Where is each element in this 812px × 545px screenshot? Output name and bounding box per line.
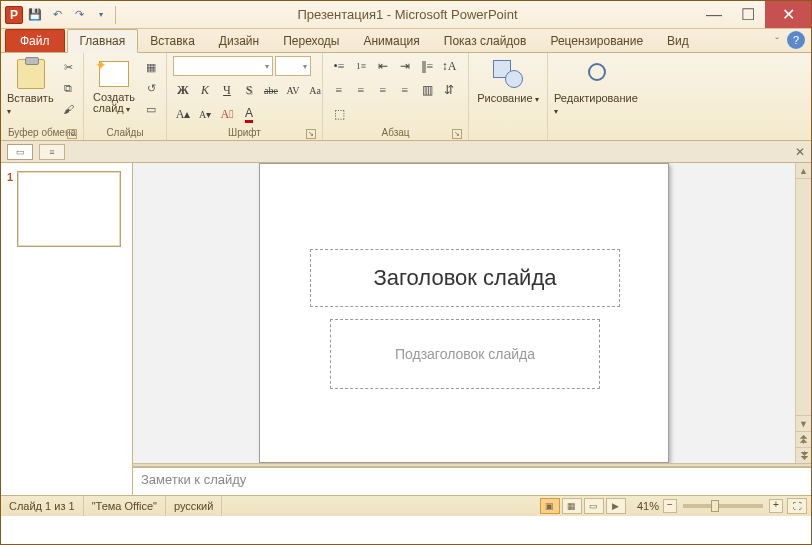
scroll-down-icon[interactable]: ▼: [796, 415, 811, 431]
outline-pane-button[interactable]: ≡: [39, 144, 65, 160]
thumbnails-pane-button[interactable]: ▭: [7, 144, 33, 160]
tab-file[interactable]: Файл: [5, 29, 65, 52]
undo-icon[interactable]: ↶: [47, 5, 67, 25]
tab-insert[interactable]: Вставка: [138, 30, 207, 52]
tab-design[interactable]: Дизайн: [207, 30, 271, 52]
tab-home[interactable]: Главная: [67, 29, 139, 53]
shrink-font-button[interactable]: A▾: [195, 104, 215, 124]
tab-transitions[interactable]: Переходы: [271, 30, 351, 52]
slide: Заголовок слайда Подзаголовок слайда: [259, 163, 669, 463]
editing-button[interactable]: Редактирование: [554, 56, 644, 116]
slide-thumbnail[interactable]: [17, 171, 121, 247]
status-slide-count[interactable]: Слайд 1 из 1: [1, 496, 84, 516]
ribbon-collapse-icon[interactable]: ˇ: [775, 36, 779, 48]
font-size-combo[interactable]: [275, 56, 311, 76]
zoom-percent[interactable]: 41%: [633, 500, 663, 512]
paragraph-launcher[interactable]: ↘: [452, 129, 462, 139]
bullets-button[interactable]: •≡: [329, 56, 349, 76]
subtitle-placeholder[interactable]: Подзаголовок слайда: [330, 319, 600, 389]
font-family-combo[interactable]: [173, 56, 273, 76]
ribbon: Вставить ✂ ⧉ 🖌 Буфер обмена↘ Создать сла…: [1, 53, 811, 141]
new-slide-button[interactable]: Создать слайд: [90, 56, 138, 115]
strikethrough-button[interactable]: abe: [261, 80, 281, 100]
next-slide-icon[interactable]: ⯯: [796, 447, 811, 463]
group-label-slides: Слайды: [106, 127, 143, 138]
decrease-indent-button[interactable]: ⇤: [373, 56, 393, 76]
justify-button[interactable]: ≡: [395, 80, 415, 100]
scroll-up-icon[interactable]: ▲: [796, 163, 811, 179]
shadow-button[interactable]: S: [239, 80, 259, 100]
zoom-out-button[interactable]: −: [663, 499, 677, 513]
status-theme[interactable]: "Тема Office": [84, 496, 166, 516]
title-bar: P 💾 ↶ ↷ ▾ Презентация1 - Microsoft Power…: [1, 1, 811, 29]
align-left-button[interactable]: ≡: [329, 80, 349, 100]
view-normal-button[interactable]: ▣: [540, 498, 560, 514]
tab-view[interactable]: Вид: [655, 30, 701, 52]
title-placeholder[interactable]: Заголовок слайда: [310, 249, 620, 307]
find-icon: [586, 61, 612, 87]
notes-pane[interactable]: Заметки к слайду: [133, 467, 811, 495]
layout-icon[interactable]: ▦: [142, 58, 160, 76]
reset-icon[interactable]: ↺: [142, 79, 160, 97]
columns-button[interactable]: ▥: [417, 80, 437, 100]
group-label-clipboard: Буфер обмена: [8, 127, 76, 138]
zoom-slider[interactable]: [683, 504, 763, 508]
numbering-button[interactable]: 1≡: [351, 56, 371, 76]
cut-icon[interactable]: ✂: [59, 58, 77, 76]
thumbnails-pane: 1: [1, 163, 133, 495]
group-paragraph: •≡ 1≡ ⇤ ⇥ ‖≡ ↕A ≡ ≡ ≡ ≡ ▥ ⇵ ⬚ Абзац↘: [323, 53, 469, 140]
help-icon[interactable]: ?: [787, 31, 805, 49]
minimize-button[interactable]: —: [697, 1, 731, 28]
vertical-scrollbar[interactable]: ▲ ▼ ⯭ ⯯: [795, 163, 811, 463]
save-icon[interactable]: 💾: [25, 5, 45, 25]
char-spacing-button[interactable]: AV: [283, 80, 303, 100]
paste-button[interactable]: Вставить: [7, 56, 55, 116]
zoom-in-button[interactable]: +: [769, 499, 783, 513]
view-reading-button[interactable]: ▭: [584, 498, 604, 514]
prev-slide-icon[interactable]: ⯭: [796, 431, 811, 447]
clear-format-button[interactable]: Aͯ: [217, 104, 237, 124]
view-slideshow-button[interactable]: ▶: [606, 498, 626, 514]
fit-window-button[interactable]: ⛶: [787, 498, 807, 514]
zoom-knob[interactable]: [711, 500, 719, 512]
view-sorter-button[interactable]: ▦: [562, 498, 582, 514]
tab-slideshow[interactable]: Показ слайдов: [432, 30, 539, 52]
drawing-button[interactable]: Рисование: [475, 56, 541, 104]
group-label-font: Шрифт: [228, 127, 261, 138]
tab-review[interactable]: Рецензирование: [538, 30, 655, 52]
new-slide-icon: [99, 61, 129, 87]
increase-indent-button[interactable]: ⇥: [395, 56, 415, 76]
clipboard-launcher[interactable]: ↘: [67, 129, 77, 139]
quick-access-toolbar: P 💾 ↶ ↷ ▾: [1, 5, 118, 25]
status-language[interactable]: русский: [166, 496, 222, 516]
align-right-button[interactable]: ≡: [373, 80, 393, 100]
font-color-button[interactable]: A: [239, 104, 259, 124]
close-pane-icon[interactable]: ✕: [795, 145, 805, 159]
change-case-button[interactable]: Aa: [305, 80, 325, 100]
app-icon[interactable]: P: [5, 6, 23, 24]
shapes-icon: [493, 60, 523, 88]
close-button[interactable]: ✕: [765, 1, 811, 28]
line-spacing-button[interactable]: ‖≡: [417, 56, 437, 76]
section-icon[interactable]: ▭: [142, 100, 160, 118]
font-launcher[interactable]: ↘: [306, 129, 316, 139]
maximize-button[interactable]: ☐: [731, 1, 765, 28]
window-controls: — ☐ ✕: [697, 1, 811, 28]
bold-button[interactable]: Ж: [173, 80, 193, 100]
group-drawing: Рисование: [469, 53, 548, 140]
slide-canvas-area[interactable]: Заголовок слайда Подзаголовок слайда: [133, 163, 795, 463]
format-painter-icon[interactable]: 🖌: [59, 100, 77, 118]
align-center-button[interactable]: ≡: [351, 80, 371, 100]
align-text-button[interactable]: ⇵: [439, 80, 459, 100]
text-direction-button[interactable]: ↕A: [439, 56, 459, 76]
redo-icon[interactable]: ↷: [69, 5, 89, 25]
convert-smartart-button[interactable]: ⬚: [329, 104, 349, 124]
copy-icon[interactable]: ⧉: [59, 79, 77, 97]
italic-button[interactable]: К: [195, 80, 215, 100]
clipboard-icon: [17, 59, 45, 89]
qat-customize-icon[interactable]: ▾: [91, 5, 111, 25]
grow-font-button[interactable]: A▴: [173, 104, 193, 124]
thumb-number: 1: [7, 171, 13, 247]
underline-button[interactable]: Ч: [217, 80, 237, 100]
tab-animation[interactable]: Анимация: [351, 30, 431, 52]
